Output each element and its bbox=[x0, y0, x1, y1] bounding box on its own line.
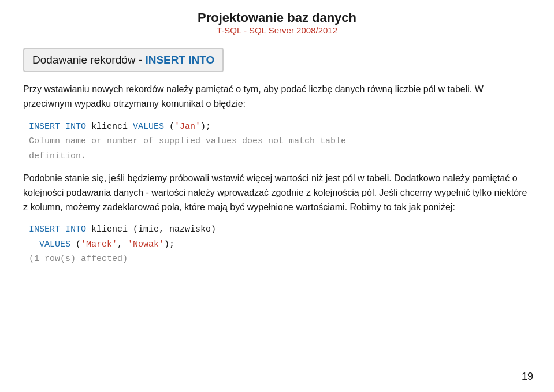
slide-subtitle: T-SQL - SQL Server 2008/2012 bbox=[23, 25, 531, 35]
page-number: 19 bbox=[522, 371, 533, 383]
slide-title: Projektowanie baz danych bbox=[23, 10, 531, 25]
paragraph-2: Podobnie stanie się, jeśli będziemy prób… bbox=[23, 171, 531, 214]
code-line-3: definition. bbox=[29, 149, 531, 164]
code-line-4: INSERT INTO klienci (imie, nazwisko) bbox=[29, 222, 531, 237]
code-line-2: Column name or number of supplied values… bbox=[29, 134, 531, 149]
slide-page: Projektowanie baz danych T-SQL - SQL Ser… bbox=[0, 0, 554, 392]
code-line-5: VALUES ('Marek', 'Nowak'); bbox=[29, 237, 531, 252]
slide-header: Projektowanie baz danych T-SQL - SQL Ser… bbox=[23, 10, 531, 35]
intro-paragraph: Przy wstawianiu nowych rekordów należy p… bbox=[23, 83, 531, 111]
section-heading: Dodawanie rekordów - INSERT INTO bbox=[23, 48, 531, 83]
code-block-2: INSERT INTO klienci (imie, nazwisko) VAL… bbox=[23, 222, 531, 267]
code-block-1: INSERT INTO klienci VALUES ('Jan'); Colu… bbox=[23, 120, 531, 164]
code-line-6: (1 row(s) affected) bbox=[29, 252, 531, 267]
code-line-1: INSERT INTO klienci VALUES ('Jan'); bbox=[29, 120, 531, 135]
heading-keyword: INSERT INTO bbox=[145, 54, 214, 66]
heading-prefix: Dodawanie rekordów - bbox=[32, 54, 145, 66]
